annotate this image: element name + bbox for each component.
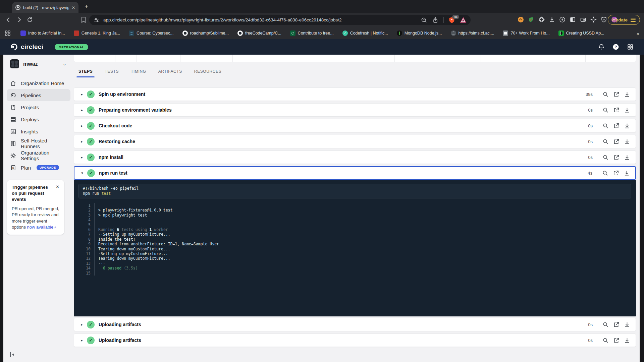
search-log-icon[interactable]: [602, 138, 609, 145]
tab-tests[interactable]: TESTS: [105, 69, 119, 77]
tab-timing[interactable]: TIMING: [131, 69, 146, 77]
url-bar[interactable]: app.circleci.com/pipelines/github/mwaz/p…: [89, 15, 471, 25]
open-in-new-icon[interactable]: [613, 138, 620, 145]
expand-arrow-icon[interactable]: ▸: [78, 155, 86, 160]
url-text[interactable]: app.circleci.com/pipelines/github/mwaz/p…: [103, 17, 416, 22]
search-log-icon[interactable]: [602, 123, 609, 129]
bookmark-item[interactable]: Course: Cybersec...: [129, 31, 173, 36]
zoom-out-icon[interactable]: [421, 17, 427, 23]
forward-icon[interactable]: [15, 16, 23, 23]
bookmark-item[interactable]: Intro to Artificial In...: [20, 31, 65, 36]
search-log-icon[interactable]: [602, 170, 608, 176]
ext-shield-bolt-icon[interactable]: [559, 16, 566, 23]
menu-icon[interactable]: [631, 18, 636, 22]
download-log-icon[interactable]: [624, 170, 630, 176]
back-icon[interactable]: [5, 16, 12, 23]
promo-link[interactable]: now available: [27, 225, 54, 230]
apps-grid-icon[interactable]: [5, 30, 11, 36]
sidebar-item-insights[interactable]: Insights: [7, 125, 70, 137]
search-log-icon[interactable]: [602, 337, 609, 344]
tab-resources[interactable]: RESOURCES: [194, 69, 221, 77]
collapse-sidebar-icon[interactable]: [10, 352, 15, 357]
download-log-icon[interactable]: [624, 91, 630, 98]
notifications-bell-icon[interactable]: [598, 43, 605, 51]
browser-update-button[interactable]: Update: [608, 15, 640, 25]
ext-vpn-shield-icon[interactable]: [601, 16, 607, 23]
bookmark-item[interactable]: Contribute to free...: [290, 31, 334, 36]
sidebar-item-pipelines[interactable]: Pipelines: [7, 89, 70, 101]
step-row[interactable]: ▸ ✓ Uploading artifacts 0s: [74, 334, 636, 347]
expand-arrow-icon[interactable]: ▸: [78, 322, 86, 327]
expand-arrow-icon[interactable]: ▸: [78, 92, 86, 97]
step-row[interactable]: ▸ ✓ Uploading artifacts 0s: [74, 318, 636, 331]
circleci-logo[interactable]: circleci: [10, 43, 43, 51]
sidebar-item-organization-home[interactable]: Organization Home: [7, 77, 70, 89]
open-in-new-icon[interactable]: [613, 107, 620, 113]
ext-download-icon[interactable]: [549, 16, 555, 23]
search-log-icon[interactable]: [602, 154, 609, 161]
step-row[interactable]: ▸ ✓ Checkout code 0s: [74, 119, 636, 132]
ext-sparkle-icon[interactable]: [590, 16, 597, 23]
tab-close-icon[interactable]: ✕: [72, 5, 75, 10]
tab-artifacts[interactable]: ARTIFACTS: [158, 69, 182, 77]
bookmark-item[interactable]: Codefresh | Notific...: [342, 31, 388, 36]
bookmark-item[interactable]: 70+ Work From Ho...: [503, 31, 549, 36]
step-row[interactable]: ▸ ✓ Preparing environment variables 0s: [74, 103, 636, 117]
step-log-terminal[interactable]: #!/bin/bash -eo pipefailnpm run test 1 2…: [74, 180, 636, 316]
sidebar-item-projects[interactable]: Projects: [7, 101, 70, 113]
new-tab-button[interactable]: +: [85, 3, 88, 10]
step-row[interactable]: ▸ ✓ Restoring cache 0s: [74, 135, 636, 148]
tab-steps[interactable]: STEPS: [78, 69, 93, 77]
download-log-icon[interactable]: [624, 107, 630, 113]
bookmark-item[interactable]: freeCodeCamp/C...: [237, 31, 281, 36]
share-icon[interactable]: [432, 17, 439, 23]
bookmark-item[interactable]: https://sims.cf.ac....: [451, 31, 494, 36]
browser-tab[interactable]: build (2) - mwaz/playwright-f ✕: [12, 2, 78, 13]
download-log-icon[interactable]: [624, 123, 630, 129]
bookmark-item[interactable]: MongoDB Node.js...: [397, 31, 442, 36]
open-in-new-icon[interactable]: [613, 337, 620, 344]
expand-arrow-icon[interactable]: ▾: [78, 171, 86, 175]
upgrade-badge[interactable]: UPGRADE: [37, 165, 59, 170]
sidebar-item-plan[interactable]: $ Plan UPGRADE: [7, 162, 70, 174]
expand-arrow-icon[interactable]: ▸: [78, 338, 86, 343]
sidebar-item-deploys[interactable]: Deploys: [7, 113, 70, 125]
download-log-icon[interactable]: [624, 337, 630, 344]
ext-leaf-icon[interactable]: [528, 16, 534, 23]
org-switcher[interactable]: mwaz ⌄: [10, 59, 74, 68]
bookmark-item[interactable]: Genesis 1, King Ja...: [74, 31, 120, 36]
expand-arrow-icon[interactable]: ▸: [78, 108, 86, 112]
open-in-new-icon[interactable]: [613, 123, 620, 129]
open-in-new-icon[interactable]: [613, 154, 620, 161]
search-log-icon[interactable]: [602, 321, 609, 328]
expand-arrow-icon[interactable]: ▸: [78, 124, 86, 128]
sidebar-item-self-hosted-runners[interactable]: Self-Hosted Runners: [7, 137, 70, 149]
download-log-icon[interactable]: [624, 154, 630, 161]
brave-rewards-icon[interactable]: [460, 17, 467, 23]
bookmark-flag-icon[interactable]: [80, 16, 87, 23]
site-settings-icon[interactable]: [93, 17, 100, 23]
promo-close-icon[interactable]: ✕: [56, 184, 59, 203]
bookmarks-overflow-icon[interactable]: »: [637, 31, 639, 36]
status-badge[interactable]: OPERATIONAL: [55, 44, 88, 50]
open-in-new-icon[interactable]: [613, 170, 619, 176]
reload-icon[interactable]: [26, 16, 34, 23]
step-row[interactable]: ▸ ✓ Spin up environment 39s: [74, 87, 636, 101]
step-row[interactable]: ▸ ✓ npm install 0s: [74, 150, 636, 164]
sidebar-item-organization-settings[interactable]: Organization Settings: [7, 149, 70, 162]
user-avatar-icon[interactable]: [627, 43, 634, 51]
chevron-down-icon[interactable]: ⌄: [63, 61, 66, 66]
bookmark-item[interactable]: roadhump/Sublime...: [182, 31, 229, 36]
search-log-icon[interactable]: [602, 91, 609, 98]
search-log-icon[interactable]: [602, 107, 609, 113]
expand-arrow-icon[interactable]: ▸: [78, 139, 86, 144]
ext-orange-circle-icon[interactable]: [518, 16, 524, 23]
download-log-icon[interactable]: [624, 321, 630, 328]
open-in-new-icon[interactable]: [613, 321, 620, 328]
help-icon[interactable]: ?: [612, 43, 620, 51]
bookmark-item[interactable]: Creating USSD Ap...: [558, 31, 604, 36]
ext-puzzle-icon[interactable]: [538, 16, 545, 23]
open-in-new-icon[interactable]: [613, 91, 620, 98]
step-row[interactable]: ▾ ✓ npm run test 4s: [74, 166, 636, 180]
brave-shield-icon[interactable]: 34: [448, 17, 455, 23]
